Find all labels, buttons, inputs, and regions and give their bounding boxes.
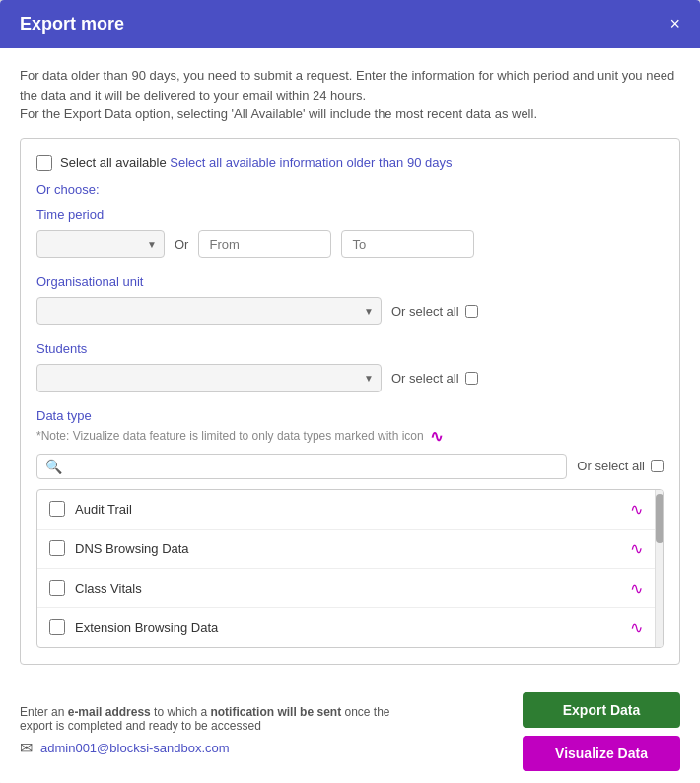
email-row: ✉ admin001@blocksi-sandbox.com [20,739,414,757]
dns-browsing-label: DNS Browsing Data [75,541,620,556]
email-address: admin001@blocksi-sandbox.com [40,741,230,755]
description-line2: For the Export Data option, selecting 'A… [20,105,680,124]
org-select-all-label: Or select all [391,304,459,319]
students-select-all-row: Or select all [391,371,478,386]
audit-trail-label: Audit Trail [75,502,620,517]
list-item: Audit Trail ∿ [37,490,655,530]
modal-footer: Enter an e-mail address to which a notif… [0,678,700,784]
data-type-section: Data type *Note: Vizualize data feature … [36,408,664,648]
class-vitals-label: Class Vitals [75,581,620,596]
modal-header: Export more × [0,0,700,48]
students-select-all-label: Or select all [391,371,459,386]
students-row: ▼ Or select all [36,364,664,392]
org-select-all-checkbox[interactable] [465,305,478,318]
list-item: DNS Browsing Data ∿ [37,530,655,569]
org-unit-dropdown-wrapper: ▼ [36,297,382,325]
export-modal: Export more × For data older than 90 day… [0,0,700,783]
footer-right: Export Data Visualize Data [523,692,680,771]
footer-notice: Enter an e-mail address to which a notif… [20,705,414,733]
search-select-row: 🔍 Or select all [36,454,664,479]
note-text: *Note: Vizualize data feature is limited… [36,427,664,446]
class-vitals-checkbox[interactable] [49,580,65,596]
modal-title: Export more [20,14,124,35]
select-all-checkbox[interactable] [36,155,52,171]
students-dropdown[interactable] [36,364,382,392]
or-choose-label: Or choose: [36,182,664,197]
email-icon: ✉ [20,739,33,757]
form-box: Select all available Select all availabl… [20,138,680,665]
description-block: For data older than 90 days, you need to… [20,66,680,124]
time-period-dropdown-wrapper: ▼ [36,230,165,258]
org-unit-row: ▼ Or select all [36,297,664,325]
dns-browsing-trend-icon: ∿ [630,539,643,558]
org-unit-label: Organisational unit [36,274,664,289]
time-period-row: ▼ Or [36,230,664,258]
time-period-dropdown[interactable] [36,230,165,258]
export-data-button[interactable]: Export Data [523,692,680,728]
extension-browsing-trend-icon: ∿ [630,618,643,637]
list-item: Class Vitals ∿ [37,569,655,608]
students-label: Students [36,341,664,356]
org-select-all-row: Or select all [391,304,478,319]
extension-browsing-label: Extension Browsing Data [75,620,620,635]
students-dropdown-wrapper: ▼ [36,364,382,392]
scrollbar-thumb [656,494,664,543]
org-unit-dropdown[interactable] [36,297,382,325]
trend-note-icon: ∿ [430,427,443,446]
search-icon: 🔍 [45,459,62,474]
select-all-label: Select all available Select all availabl… [60,155,452,170]
select-all-row: Select all available Select all availabl… [36,155,664,171]
list-item: Extension Browsing Data ∿ [37,608,655,647]
time-period-label: Time period [36,207,664,222]
data-type-select-all-label: Or select all [577,459,645,473]
audit-trail-trend-icon: ∿ [630,500,643,519]
class-vitals-trend-icon: ∿ [630,579,643,598]
data-list-inner: Audit Trail ∿ DNS Browsing Data ∿ Class … [37,490,655,647]
data-type-list: Audit Trail ∿ DNS Browsing Data ∿ Class … [36,489,664,648]
visualize-data-button[interactable]: Visualize Data [523,736,680,771]
footer-left: Enter an e-mail address to which a notif… [20,705,414,757]
from-date-input[interactable] [198,230,331,258]
students-select-all-checkbox[interactable] [465,372,478,385]
audit-trail-checkbox[interactable] [49,501,65,517]
modal-body: For data older than 90 days, you need to… [0,48,700,665]
scrollbar-track [655,490,663,647]
dns-browsing-checkbox[interactable] [49,540,65,556]
or-separator: Or [175,237,188,251]
extension-browsing-checkbox[interactable] [49,619,65,635]
data-type-label: Data type [36,408,664,423]
search-box: 🔍 [36,454,567,479]
close-button[interactable]: × [669,14,680,35]
description-line1: For data older than 90 days, you need to… [20,66,680,105]
data-type-select-all-checkbox[interactable] [651,460,664,472]
data-type-search-input[interactable] [68,459,558,473]
to-date-input[interactable] [341,230,474,258]
data-type-select-all-row: Or select all [577,459,664,473]
